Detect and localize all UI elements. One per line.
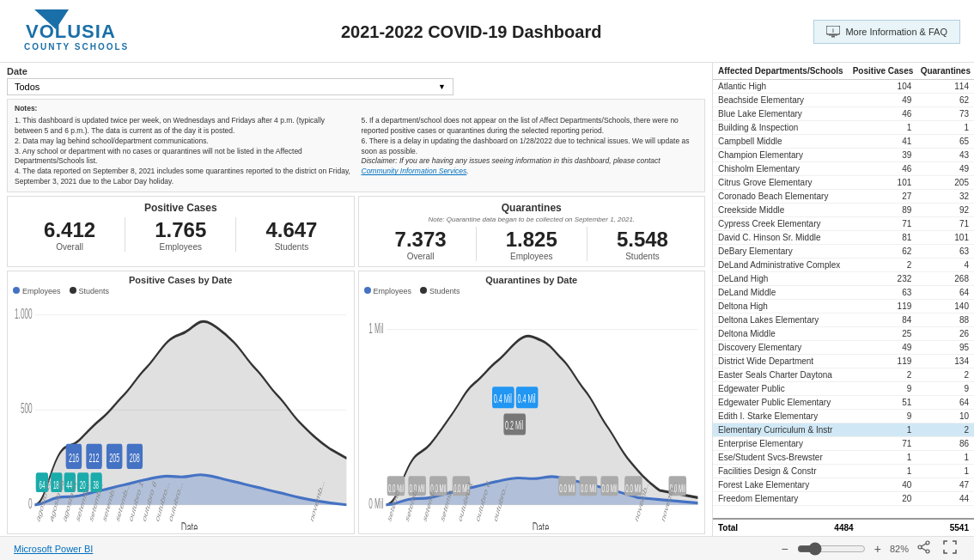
svg-line-86 <box>922 544 926 546</box>
fullscreen-icon-button[interactable] <box>940 540 960 557</box>
svg-text:216: 216 <box>69 451 79 464</box>
table-row: Champion Elementary 39 43 <box>713 149 974 162</box>
svg-text:0.0 Mil: 0.0 Mil <box>580 483 595 495</box>
quarantines-panel: Quarantines Note: Quarantine data began … <box>358 196 706 267</box>
svg-text:COUNTY SCHOOLS: COUNTY SCHOOLS <box>24 42 129 52</box>
svg-text:0.0 Mil: 0.0 Mil <box>625 483 641 495</box>
quarantine-employees: 1.825 Employees <box>477 228 587 261</box>
zoom-level: 82% <box>890 544 909 554</box>
table-row: Cypress Creek Elementary 71 71 <box>713 217 974 231</box>
table-row: Enterprise Elementary 71 86 <box>713 437 974 451</box>
svg-rect-6 <box>831 36 835 38</box>
table-row: Freedom Elementary 20 44 <box>713 492 974 506</box>
svg-point-84 <box>926 550 929 553</box>
table-row: Ese/Student Svcs-Brewster 1 1 <box>713 451 974 465</box>
svg-text:0: 0 <box>28 496 33 512</box>
table-row: Easter Seals Charter Daytona 2 2 <box>713 368 974 382</box>
table-row: Beachside Elementary 49 62 <box>713 94 974 107</box>
quarantine-overall: 7.373 Overall <box>366 228 476 261</box>
table-row: Building & Inspection 1 1 <box>713 121 974 135</box>
table-row: DeLand Middle 63 64 <box>713 286 974 300</box>
svg-text:205: 205 <box>109 451 119 464</box>
table-row: Campbell Middle 41 65 <box>713 135 974 149</box>
svg-text:0.2 Mil: 0.2 Mil <box>505 419 523 432</box>
svg-text:0.0 Mil: 0.0 Mil <box>601 483 617 495</box>
table-row: Deltona Lakes Elementary 84 88 <box>713 313 974 327</box>
table-container[interactable]: Affected Departments/Schools Positive Ca… <box>713 63 974 518</box>
table-row: Forest Lake Elementary 40 47 <box>713 478 974 492</box>
table-row: Edith I. Starke Elementary 9 10 <box>713 410 974 423</box>
positive-cases-chart: Positive Cases by Date Employees Student… <box>7 271 355 534</box>
svg-point-83 <box>926 541 929 545</box>
table-row: Coronado Beach Elementary 27 32 <box>713 190 974 204</box>
notes-section: Notes: 1. This dashboard is updated twic… <box>7 99 705 192</box>
table-row: Creekside Middle 89 92 <box>713 204 974 217</box>
more-info-button[interactable]: i More Information & FAQ <box>813 20 960 44</box>
table-row: Chisholm Elementary 46 49 <box>713 162 974 176</box>
svg-text:500: 500 <box>21 400 33 417</box>
table-row: Deltona High 119 140 <box>713 300 974 313</box>
fullscreen-icon <box>943 540 957 554</box>
positive-employees: 1.765 Employees <box>125 218 235 252</box>
zoom-plus-button[interactable]: + <box>871 542 885 556</box>
table-footer: Total 4484 5541 <box>713 518 974 536</box>
positive-overall: 6.412 Overall <box>15 218 125 252</box>
powerbi-link[interactable]: Microsoft Power BI <box>14 544 93 554</box>
zoom-slider[interactable] <box>797 542 866 556</box>
table-row: Deltona Middle 25 26 <box>713 327 974 341</box>
page-title: 2021-2022 COVID-19 Dashboard <box>129 22 813 42</box>
zoom-minus-button[interactable]: − <box>778 542 792 556</box>
svg-text:1.000: 1.000 <box>15 306 33 322</box>
share-icon <box>917 540 931 554</box>
svg-rect-5 <box>829 34 837 36</box>
table-row: Elementary Curriculum & Instr 1 2 <box>713 423 974 437</box>
table-row: Discovery Elementary 49 95 <box>713 341 974 355</box>
table-row: Citrus Grove Elementary 101 205 <box>713 176 974 190</box>
table-row: Edgewater Public Elementary 51 64 <box>713 396 974 410</box>
table-row: David C. Hinson Sr. Middle 81 101 <box>713 231 974 245</box>
positive-students: 4.647 Students <box>236 218 346 252</box>
table-row: DeLand High 232 268 <box>713 272 974 286</box>
svg-text:i: i <box>832 27 834 33</box>
table-row: Facilities Design & Constr 1 1 <box>713 465 974 478</box>
svg-line-87 <box>922 548 926 551</box>
svg-text:212: 212 <box>89 451 100 464</box>
logo: VOLUSIA COUNTY SCHOOLS <box>9 5 129 58</box>
svg-text:1 Mil: 1 Mil <box>368 320 383 337</box>
table-row: Blue Lake Elementary 46 73 <box>713 107 974 121</box>
table-row: DeBary Elementary 62 63 <box>713 245 974 259</box>
svg-text:0 Mil: 0 Mil <box>368 496 383 512</box>
col-header-positive: Positive Cases <box>849 63 916 80</box>
svg-text:VOLUSIA: VOLUSIA <box>26 21 116 42</box>
quarantines-chart: Quarantines by Date Employees Students 1… <box>358 271 706 534</box>
positive-cases-panel: Positive Cases 6.412 Overall 1.765 Emplo… <box>7 196 355 267</box>
table-row: Edgewater Public 9 9 <box>713 382 974 396</box>
date-label: Date <box>7 66 705 76</box>
table-row: District Wide Department 119 134 <box>713 355 974 368</box>
svg-text:0.4 Mil: 0.4 Mil <box>517 392 535 405</box>
share-icon-button[interactable] <box>914 540 934 557</box>
svg-text:208: 208 <box>130 451 140 464</box>
svg-text:0.0 Mil: 0.0 Mil <box>559 483 575 495</box>
svg-point-85 <box>918 545 922 549</box>
table-row: DeLand Administrative Complex 2 4 <box>713 259 974 272</box>
col-header-school: Affected Departments/Schools <box>713 63 849 80</box>
svg-text:Date: Date <box>181 520 198 530</box>
col-header-quarantine: Quarantines <box>916 63 974 80</box>
svg-text:Date: Date <box>532 520 549 530</box>
date-dropdown[interactable]: Todos ▼ <box>7 78 454 95</box>
affected-schools-panel: Affected Departments/Schools Positive Ca… <box>712 63 974 536</box>
quarantine-students: 5.548 Students <box>587 228 697 261</box>
table-row: Atlantic High 104 114 <box>713 80 974 94</box>
svg-text:0.4 Mil: 0.4 Mil <box>493 392 511 405</box>
